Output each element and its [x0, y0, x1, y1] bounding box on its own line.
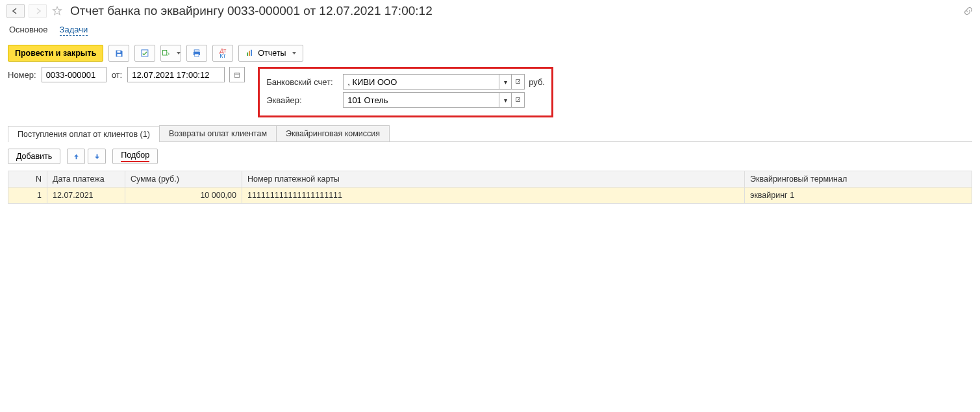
- number-input[interactable]: [42, 67, 107, 82]
- svg-rect-1: [117, 54, 121, 56]
- date-input[interactable]: [127, 67, 225, 82]
- svg-rect-6: [195, 54, 199, 56]
- dtct-button[interactable]: ДтКт: [212, 45, 233, 62]
- acquirer-label: Эквайер:: [266, 95, 339, 105]
- reports-label: Отчеты: [258, 49, 286, 58]
- svg-rect-7: [247, 53, 249, 56]
- highlighted-fields-box: Банковский счет: ▾ руб. Эквайер: ▾: [258, 67, 553, 117]
- calendar-button[interactable]: [229, 67, 245, 82]
- forward-button[interactable]: [29, 4, 47, 18]
- acquirer-input[interactable]: [343, 92, 499, 108]
- page-title: Отчет банка по эквайрингу 0033-000001 от…: [70, 4, 433, 18]
- svg-rect-0: [117, 51, 120, 53]
- svg-rect-10: [234, 73, 240, 77]
- acquirer-open-button[interactable]: [512, 92, 525, 108]
- svg-rect-2: [142, 49, 148, 56]
- add-button[interactable]: Добавить: [8, 149, 60, 164]
- favorite-star-icon[interactable]: [51, 5, 64, 18]
- bank-account-dropdown-button[interactable]: ▾: [499, 74, 512, 90]
- link-icon[interactable]: [963, 6, 974, 16]
- bank-account-input[interactable]: [343, 74, 499, 90]
- subnav-tasks[interactable]: Задачи: [60, 25, 88, 36]
- save-button[interactable]: [108, 45, 129, 62]
- tab-returns[interactable]: Возвраты оплат клиентам: [159, 125, 277, 141]
- svg-rect-3: [163, 50, 167, 55]
- reports-button[interactable]: Отчеты: [238, 45, 303, 62]
- cell-n: 1: [8, 188, 47, 204]
- number-label: Номер:: [8, 70, 36, 80]
- svg-rect-9: [251, 50, 252, 56]
- table-row[interactable]: 1 12.07.2021 10 000,00 11111111111111111…: [8, 188, 972, 204]
- post-and-close-button[interactable]: Провести и закрыть: [8, 45, 103, 62]
- create-based-on-button[interactable]: [160, 45, 181, 62]
- cell-card: 111111111111111111111: [242, 188, 745, 204]
- cell-sum: 10 000,00: [125, 188, 242, 204]
- back-button[interactable]: [6, 4, 25, 18]
- svg-rect-14: [516, 80, 520, 84]
- print-button[interactable]: [186, 45, 207, 62]
- svg-rect-15: [516, 98, 520, 102]
- move-up-button[interactable]: [67, 149, 85, 164]
- col-card[interactable]: Номер платежной карты: [242, 171, 745, 188]
- col-terminal[interactable]: Эквайринговый терминал: [745, 171, 972, 188]
- cell-date: 12.07.2021: [47, 188, 125, 204]
- svg-rect-8: [249, 51, 251, 56]
- bank-account-label: Банковский счет:: [266, 77, 339, 87]
- currency-label: руб.: [529, 77, 545, 87]
- col-sum[interactable]: Сумма (руб.): [125, 171, 242, 188]
- post-button[interactable]: [134, 45, 155, 62]
- tab-incoming[interactable]: Поступления оплат от клиентов (1): [8, 126, 160, 142]
- from-label: от:: [112, 70, 123, 80]
- svg-rect-4: [194, 49, 199, 51]
- cell-terminal: эквайринг 1: [745, 188, 972, 204]
- col-date[interactable]: Дата платежа: [47, 171, 125, 188]
- subnav-main[interactable]: Основное: [9, 25, 48, 36]
- move-down-button[interactable]: [88, 149, 106, 164]
- payments-table: N Дата платежа Сумма (руб.) Номер платеж…: [8, 171, 972, 204]
- col-n[interactable]: N: [8, 171, 47, 188]
- pick-button[interactable]: Подбор: [112, 149, 158, 164]
- bank-account-open-button[interactable]: [512, 74, 525, 90]
- tab-commission[interactable]: Эквайринговая комиссия: [276, 125, 390, 141]
- acquirer-dropdown-button[interactable]: ▾: [499, 92, 512, 108]
- pick-label: Подбор: [121, 151, 149, 162]
